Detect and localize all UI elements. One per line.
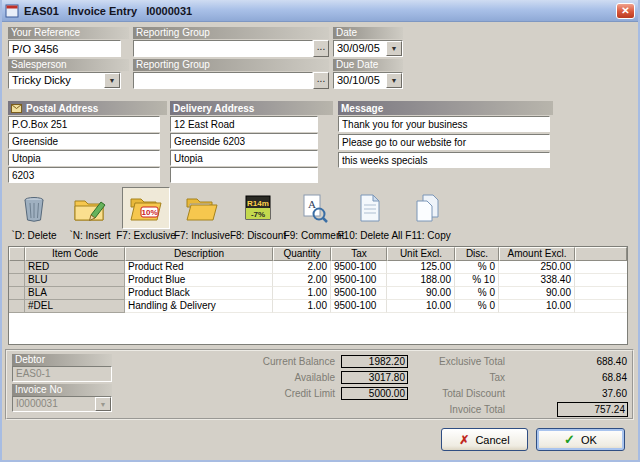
row-selector[interactable] xyxy=(9,274,25,287)
trash-icon xyxy=(20,193,48,223)
postal-line-2[interactable] xyxy=(8,133,160,149)
delivery-address-header: Delivery Address xyxy=(170,101,333,115)
svg-text:10%: 10% xyxy=(141,208,157,217)
cell-description[interactable]: Handling & Delivery xyxy=(125,300,273,313)
cell-item-code[interactable]: BLA xyxy=(25,287,125,300)
table-row[interactable]: BLU Product Blue 2.00 9500-100 188.00 % … xyxy=(9,274,627,287)
exclusive-total-label: Exclusive Total xyxy=(400,356,505,368)
date-chevron-down-icon[interactable]: ▼ xyxy=(386,41,402,56)
invoice-no-combo: I0000031 ▼ xyxy=(12,396,112,412)
cell-disc[interactable]: % 0 xyxy=(455,300,499,313)
grid-header-row: Item Code Description Quantity Tax Unit … xyxy=(9,247,627,261)
table-row[interactable]: BLA Product Black 1.00 9500-100 90.00 % … xyxy=(9,287,627,300)
reporting-group-1-lookup-button[interactable]: ... xyxy=(313,40,329,57)
row-selector[interactable] xyxy=(9,300,25,313)
debtor-label: Debtor xyxy=(12,354,112,366)
salesperson-chevron-down-icon[interactable]: ▼ xyxy=(104,73,120,88)
delivery-line-3[interactable] xyxy=(170,150,318,166)
cell-tax[interactable]: 9500-100 xyxy=(331,261,387,274)
cell-tax[interactable]: 9500-100 xyxy=(331,274,387,287)
available-value: 3017.80 xyxy=(341,371,408,384)
cell-unit-excl[interactable]: 188.00 xyxy=(387,274,455,287)
cell-quantity[interactable]: 1.00 xyxy=(273,300,331,313)
reporting-group-1-input[interactable] xyxy=(133,40,313,57)
delete-all-button[interactable]: F10: Delete All xyxy=(342,187,398,243)
col-item-code[interactable]: Item Code xyxy=(25,247,125,261)
cell-unit-excl[interactable]: 10.00 xyxy=(387,300,455,313)
cell-amount-excl[interactable]: 250.00 xyxy=(499,261,575,274)
message-line-1[interactable] xyxy=(338,116,550,132)
due-date-combo[interactable]: 30/10/05 ▼ xyxy=(333,72,403,89)
reporting-group-1-label: Reporting Group xyxy=(133,27,329,39)
cell-unit-excl[interactable]: 90.00 xyxy=(387,287,455,300)
postal-address-header: Postal Address xyxy=(8,101,167,115)
comment-magnifier-icon: A xyxy=(299,193,329,223)
salesperson-value: Tricky Dicky xyxy=(9,73,104,88)
tax-value: 68.84 xyxy=(530,372,627,384)
cell-quantity[interactable]: 2.00 xyxy=(273,274,331,287)
total-discount-value: 37.60 xyxy=(530,388,627,400)
cell-disc[interactable]: % 0 xyxy=(455,261,499,274)
folder-open-icon xyxy=(185,193,219,223)
cell-item-code[interactable]: #DEL xyxy=(25,300,125,313)
postal-line-1[interactable] xyxy=(8,116,160,132)
col-description[interactable]: Description xyxy=(125,247,273,261)
debtor-value: EAS0-1 xyxy=(12,366,112,382)
cell-item-code[interactable]: BLU xyxy=(25,274,125,287)
delivery-line-1[interactable] xyxy=(170,116,318,132)
reporting-group-2-lookup-button[interactable]: ... xyxy=(313,72,329,89)
due-date-label: Due Date xyxy=(333,59,403,71)
cell-amount-excl[interactable]: 10.00 xyxy=(499,300,575,313)
title-bar[interactable]: EAS01 Invoice Entry I0000031 ✕ xyxy=(0,0,640,22)
delivery-line-2[interactable] xyxy=(170,133,318,149)
cell-description[interactable]: Product Black xyxy=(125,287,273,300)
due-date-chevron-down-icon[interactable]: ▼ xyxy=(386,73,402,88)
your-reference-input[interactable] xyxy=(8,40,121,57)
salesperson-combo[interactable]: Tricky Dicky ▼ xyxy=(8,72,121,89)
close-icon: ✕ xyxy=(621,5,629,16)
delivery-line-4[interactable] xyxy=(170,167,318,183)
message-line-2[interactable] xyxy=(338,134,550,150)
cell-description[interactable]: Product Red xyxy=(125,261,273,274)
cell-quantity[interactable]: 1.00 xyxy=(273,287,331,300)
col-tax[interactable]: Tax xyxy=(331,247,387,261)
cell-filler xyxy=(575,274,627,287)
cell-description[interactable]: Product Blue xyxy=(125,274,273,287)
cell-tax[interactable]: 9500-100 xyxy=(331,287,387,300)
grid-selector-header xyxy=(9,247,25,261)
line-items-grid[interactable]: Item Code Description Quantity Tax Unit … xyxy=(8,246,628,345)
cell-amount-excl[interactable]: 90.00 xyxy=(499,287,575,300)
postal-line-3[interactable] xyxy=(8,150,160,166)
row-selector[interactable] xyxy=(9,261,25,274)
svg-text:R14m: R14m xyxy=(247,199,269,208)
cell-quantity[interactable]: 2.00 xyxy=(273,261,331,274)
cell-item-code[interactable]: RED xyxy=(25,261,125,274)
reporting-group-2-input[interactable] xyxy=(133,72,313,89)
postal-line-4[interactable] xyxy=(8,167,160,183)
message-line-3[interactable] xyxy=(338,152,550,168)
date-label: Date xyxy=(333,27,403,39)
copy-button[interactable]: F11: Copy xyxy=(400,187,456,243)
col-unit-excl[interactable]: Unit Excl. xyxy=(387,247,455,261)
row-selector[interactable] xyxy=(9,287,25,300)
postal-address-icon xyxy=(11,104,22,113)
cell-amount-excl[interactable]: 338.40 xyxy=(499,274,575,287)
col-amount-excl[interactable]: Amount Excl. xyxy=(499,247,575,261)
folder-percent-icon: 10% xyxy=(129,193,163,223)
col-quantity[interactable]: Quantity xyxy=(273,247,331,261)
cancel-button[interactable]: ✗ Cancel xyxy=(441,428,528,451)
cell-disc[interactable]: % 10 xyxy=(455,274,499,287)
cell-tax[interactable]: 9500-100 xyxy=(331,300,387,313)
cell-disc[interactable]: % 0 xyxy=(455,287,499,300)
date-combo[interactable]: 30/09/05 ▼ xyxy=(333,40,403,57)
ok-button[interactable]: ✓ OK xyxy=(536,428,625,451)
tax-label: Tax xyxy=(400,372,505,384)
close-button[interactable]: ✕ xyxy=(616,3,635,19)
invoice-no-value: I0000031 xyxy=(13,397,95,411)
table-row[interactable]: RED Product Red 2.00 9500-100 125.00 % 0… xyxy=(9,261,627,274)
table-row[interactable]: #DEL Handling & Delivery 1.00 9500-100 1… xyxy=(9,300,627,313)
svg-text:-7%: -7% xyxy=(251,210,265,219)
current-balance-label: Current Balance xyxy=(225,356,335,368)
cell-unit-excl[interactable]: 125.00 xyxy=(387,261,455,274)
col-disc[interactable]: Disc. xyxy=(455,247,499,261)
